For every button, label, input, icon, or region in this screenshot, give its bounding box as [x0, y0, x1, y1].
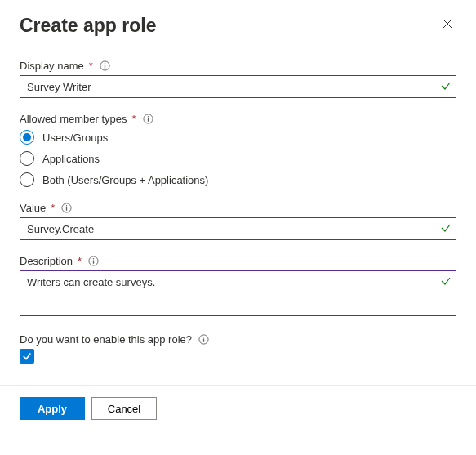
- radio-icon: [20, 151, 34, 166]
- svg-point-13: [203, 337, 204, 337]
- svg-rect-14: [203, 339, 204, 342]
- radio-label: Applications: [42, 153, 100, 165]
- checkmark-icon: [440, 222, 452, 236]
- svg-rect-8: [66, 207, 67, 211]
- radio-both[interactable]: Both (Users/Groups + Applications): [20, 172, 456, 187]
- svg-point-10: [93, 258, 94, 259]
- svg-rect-5: [147, 118, 148, 122]
- panel-title: Create app role: [20, 15, 156, 37]
- radio-icon: [20, 172, 34, 187]
- info-icon[interactable]: [100, 60, 110, 71]
- checkmark-icon: [22, 351, 32, 361]
- info-icon[interactable]: [88, 256, 99, 266]
- svg-point-7: [66, 205, 67, 206]
- cancel-button[interactable]: Cancel: [91, 397, 157, 420]
- description-label: Description: [20, 255, 73, 267]
- info-icon[interactable]: [61, 203, 72, 213]
- close-button[interactable]: [438, 15, 456, 35]
- svg-rect-2: [105, 65, 105, 69]
- radio-applications[interactable]: Applications: [20, 151, 456, 166]
- display-name-label: Display name: [20, 60, 84, 72]
- value-input[interactable]: [20, 217, 456, 240]
- member-types-label: Allowed member types: [20, 113, 127, 125]
- description-input[interactable]: [20, 270, 456, 316]
- enable-label: Do you want to enable this app role?: [20, 333, 192, 346]
- required-asterisk: *: [132, 113, 136, 125]
- svg-point-4: [147, 116, 148, 117]
- info-icon[interactable]: [143, 114, 153, 124]
- enable-checkbox[interactable]: [20, 349, 34, 364]
- required-asterisk: *: [51, 202, 55, 214]
- info-icon[interactable]: [198, 334, 209, 345]
- radio-label: Both (Users/Groups + Applications): [42, 174, 208, 186]
- radio-label: Users/Groups: [42, 132, 108, 144]
- svg-rect-11: [93, 261, 94, 264]
- value-label: Value: [20, 202, 46, 214]
- close-icon: [442, 20, 453, 32]
- required-asterisk: *: [89, 60, 93, 72]
- display-name-input[interactable]: [20, 75, 456, 98]
- radio-users-groups[interactable]: Users/Groups: [20, 130, 456, 145]
- required-asterisk: *: [78, 255, 82, 267]
- svg-point-1: [105, 63, 105, 64]
- radio-icon: [20, 130, 34, 145]
- checkmark-icon: [440, 80, 452, 94]
- checkmark-icon: [440, 275, 452, 289]
- apply-button[interactable]: Apply: [20, 397, 85, 420]
